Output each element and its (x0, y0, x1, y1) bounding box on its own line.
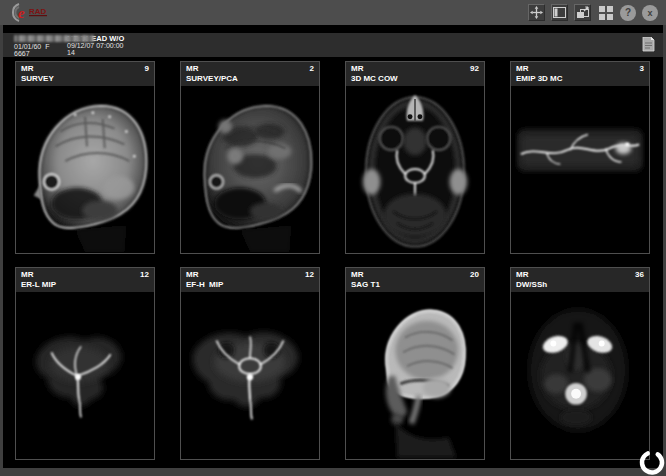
loading-spinner (638, 449, 666, 476)
thumbnail-image-sag-t1 (346, 292, 484, 459)
series-modality: MR (351, 270, 363, 280)
series-image-count: 12 (140, 270, 149, 280)
study-description: MRA HEAD W/O (67, 35, 642, 42)
series-modality: MR (516, 270, 528, 280)
series-modality: MR (21, 64, 33, 74)
study-info: MRA HEAD W/O 09/12/07 07:00:00 14 (67, 35, 642, 56)
study-series-count: 14 (67, 49, 642, 56)
series-thumbnail-grid: MR9 SURVEY (3, 61, 663, 460)
thumbnail-image-3d-mc-cow (346, 86, 484, 253)
series-image-count: 3 (640, 64, 644, 74)
series-thumbnail-3d-mc-cow[interactable]: MR92 3D MC COW (345, 61, 485, 254)
series-thumbnail-sag-t1[interactable]: MR20 SAG T1 (345, 267, 485, 460)
thumbnail-image-survey-pca (181, 86, 319, 253)
thumbnail-image-er-l-mip (16, 292, 154, 459)
patient-info: 01/01/60 F 6667 (14, 35, 67, 57)
thumbnail-image-survey (16, 86, 154, 253)
series-thumbnail-ef-h-mip[interactable]: MR12 EF-H MIP (180, 267, 320, 460)
series-thumbnail-dw-ssh[interactable]: MR36 DW/SSh (510, 267, 650, 460)
series-name: EF-H MIP (186, 280, 314, 290)
series-image-count: 20 (470, 270, 479, 280)
help-icon[interactable]: ? (620, 5, 636, 21)
logo-e: e (18, 5, 25, 21)
series-image-count: 9 (145, 64, 149, 74)
erad-logo: e RAD (5, 1, 57, 24)
series-modality: MR (351, 64, 363, 74)
series-thumbnail-emip-3d-mc[interactable]: MR3 EMIP 3D MC (510, 61, 650, 254)
thumbnail-image-dw-ssh (511, 292, 649, 459)
series-modality: MR (186, 270, 198, 280)
patient-study-bar: 01/01/60 F 6667 MRA HEAD W/O 09/12/07 07… (3, 33, 663, 57)
series-image-count: 2 (310, 64, 314, 74)
layout-split-icon[interactable] (551, 4, 568, 21)
report-document-icon[interactable] (642, 37, 655, 56)
series-thumbnail-survey[interactable]: MR9 SURVEY (15, 61, 155, 254)
logo-rad: RAD (29, 7, 47, 16)
series-name: SURVEY/PCA (186, 74, 314, 84)
series-name: DW/SSh (516, 280, 644, 290)
patient-dob-sex: 01/01/60 F (14, 43, 67, 50)
series-name: SURVEY (21, 74, 149, 84)
patient-id: 6667 (14, 50, 67, 57)
series-thumbnail-survey-pca[interactable]: MR2 SURVEY/PCA (180, 61, 320, 254)
open-new-window-icon[interactable] (574, 4, 591, 21)
series-modality: MR (186, 64, 198, 74)
series-name: EMIP 3D MC (516, 74, 644, 84)
thumbnail-image-emip-3d-mc (511, 86, 649, 253)
tile-grid-icon[interactable] (597, 4, 614, 21)
series-image-count: 92 (470, 64, 479, 74)
series-thumbnail-er-l-mip[interactable]: MR12 ER-L MIP (15, 267, 155, 460)
viewer-body: 01/01/60 F 6667 MRA HEAD W/O 09/12/07 07… (3, 25, 663, 468)
series-name: 3D MC COW (351, 74, 479, 84)
patient-name-redacted (14, 35, 94, 42)
title-toolbar: e RAD (0, 0, 666, 25)
pan-icon[interactable] (528, 4, 545, 21)
series-modality: MR (21, 270, 33, 280)
thumbnail-image-ef-h-mip (181, 292, 319, 459)
series-name: SAG T1 (351, 280, 479, 290)
pacs-viewer-window: e RAD (0, 0, 666, 476)
series-modality: MR (516, 64, 528, 74)
series-image-count: 12 (305, 270, 314, 280)
close-icon[interactable]: x (642, 5, 658, 21)
series-image-count: 36 (635, 270, 644, 280)
study-datetime: 09/12/07 07:00:00 (67, 42, 642, 49)
series-name: ER-L MIP (21, 280, 149, 290)
